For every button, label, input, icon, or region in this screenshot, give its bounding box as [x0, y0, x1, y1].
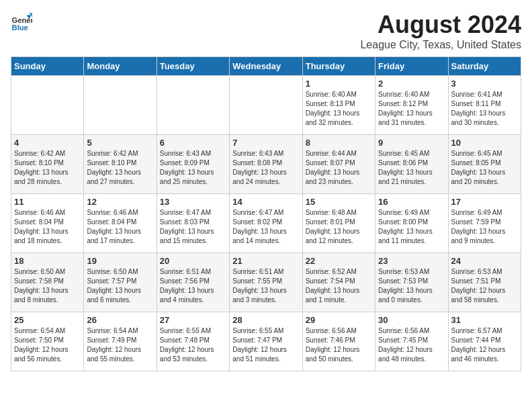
calendar-cell: 29Sunrise: 6:56 AM Sunset: 7:46 PM Dayli…	[302, 312, 375, 371]
cell-content: Sunrise: 6:40 AM Sunset: 8:12 PM Dayligh…	[378, 90, 445, 128]
day-number: 4	[14, 138, 81, 148]
calendar-cell	[157, 76, 229, 135]
day-number: 27	[160, 315, 226, 325]
calendar-cell: 6Sunrise: 6:43 AM Sunset: 8:09 PM Daylig…	[157, 135, 229, 194]
cell-content: Sunrise: 6:56 AM Sunset: 7:46 PM Dayligh…	[306, 326, 372, 364]
day-number: 5	[87, 138, 153, 148]
calendar-table: SundayMondayTuesdayWednesdayThursdayFrid…	[11, 56, 521, 371]
calendar-week-4: 18Sunrise: 6:50 AM Sunset: 7:58 PM Dayli…	[11, 253, 521, 312]
calendar-cell: 28Sunrise: 6:55 AM Sunset: 7:47 PM Dayli…	[230, 312, 302, 371]
calendar-cell: 30Sunrise: 6:56 AM Sunset: 7:45 PM Dayli…	[375, 312, 448, 371]
day-number: 30	[378, 315, 445, 325]
day-number: 14	[232, 197, 299, 207]
svg-text:Blue: Blue	[12, 24, 28, 32]
calendar-cell	[230, 76, 302, 135]
cell-content: Sunrise: 6:47 AM Sunset: 8:03 PM Dayligh…	[160, 208, 226, 246]
day-number: 11	[14, 197, 81, 207]
cell-content: Sunrise: 6:48 AM Sunset: 8:01 PM Dayligh…	[306, 208, 372, 246]
cell-content: Sunrise: 6:45 AM Sunset: 8:05 PM Dayligh…	[451, 149, 518, 187]
calendar-cell: 7Sunrise: 6:43 AM Sunset: 8:08 PM Daylig…	[230, 135, 302, 194]
day-number: 6	[160, 138, 226, 148]
cell-content: Sunrise: 6:56 AM Sunset: 7:45 PM Dayligh…	[378, 326, 445, 364]
cell-content: Sunrise: 6:42 AM Sunset: 8:10 PM Dayligh…	[87, 149, 153, 187]
cell-content: Sunrise: 6:44 AM Sunset: 8:07 PM Dayligh…	[306, 149, 372, 187]
calendar-cell: 4Sunrise: 6:42 AM Sunset: 8:10 PM Daylig…	[11, 135, 84, 194]
day-number: 13	[160, 197, 226, 207]
cell-content: Sunrise: 6:43 AM Sunset: 8:08 PM Dayligh…	[232, 149, 299, 187]
cell-content: Sunrise: 6:43 AM Sunset: 8:09 PM Dayligh…	[160, 149, 226, 187]
logo: General Blue	[11, 11, 32, 32]
calendar-cell: 24Sunrise: 6:53 AM Sunset: 7:51 PM Dayli…	[448, 253, 521, 312]
day-number: 19	[87, 256, 153, 266]
cell-content: Sunrise: 6:47 AM Sunset: 8:02 PM Dayligh…	[232, 208, 299, 246]
day-number: 8	[306, 138, 372, 148]
calendar-cell: 1Sunrise: 6:40 AM Sunset: 8:13 PM Daylig…	[302, 76, 375, 135]
day-number: 12	[87, 197, 153, 207]
cell-content: Sunrise: 6:54 AM Sunset: 7:50 PM Dayligh…	[14, 326, 81, 364]
day-number: 24	[451, 256, 518, 266]
day-header-tuesday: Tuesday	[157, 57, 229, 76]
calendar-cell: 20Sunrise: 6:51 AM Sunset: 7:56 PM Dayli…	[157, 253, 229, 312]
calendar-week-1: 1Sunrise: 6:40 AM Sunset: 8:13 PM Daylig…	[11, 76, 521, 135]
day-number: 16	[378, 197, 445, 207]
calendar-cell: 13Sunrise: 6:47 AM Sunset: 8:03 PM Dayli…	[157, 194, 229, 253]
cell-content: Sunrise: 6:54 AM Sunset: 7:49 PM Dayligh…	[87, 326, 153, 364]
cell-content: Sunrise: 6:41 AM Sunset: 8:11 PM Dayligh…	[451, 90, 518, 128]
day-header-sunday: Sunday	[11, 57, 84, 76]
day-header-wednesday: Wednesday	[230, 57, 302, 76]
calendar-cell: 10Sunrise: 6:45 AM Sunset: 8:05 PM Dayli…	[448, 135, 521, 194]
cell-content: Sunrise: 6:55 AM Sunset: 7:47 PM Dayligh…	[232, 326, 299, 364]
cell-content: Sunrise: 6:49 AM Sunset: 8:00 PM Dayligh…	[378, 208, 445, 246]
calendar-cell: 22Sunrise: 6:52 AM Sunset: 7:54 PM Dayli…	[302, 253, 375, 312]
sub-title: League City, Texas, United States	[360, 39, 521, 51]
calendar-cell	[11, 76, 84, 135]
day-number: 1	[306, 79, 372, 89]
day-header-saturday: Saturday	[448, 57, 521, 76]
calendar-cell: 2Sunrise: 6:40 AM Sunset: 8:12 PM Daylig…	[375, 76, 448, 135]
day-number: 23	[378, 256, 445, 266]
day-header-friday: Friday	[375, 57, 448, 76]
cell-content: Sunrise: 6:49 AM Sunset: 7:59 PM Dayligh…	[451, 208, 518, 246]
day-number: 10	[451, 138, 518, 148]
main-title: August 2024	[360, 11, 521, 39]
day-number: 22	[306, 256, 372, 266]
cell-content: Sunrise: 6:46 AM Sunset: 8:04 PM Dayligh…	[14, 208, 81, 246]
calendar-week-2: 4Sunrise: 6:42 AM Sunset: 8:10 PM Daylig…	[11, 135, 521, 194]
calendar-cell: 16Sunrise: 6:49 AM Sunset: 8:00 PM Dayli…	[375, 194, 448, 253]
day-number: 3	[451, 79, 518, 89]
logo-icon: General Blue	[11, 11, 32, 32]
cell-content: Sunrise: 6:51 AM Sunset: 7:56 PM Dayligh…	[160, 267, 226, 305]
cell-content: Sunrise: 6:55 AM Sunset: 7:48 PM Dayligh…	[160, 326, 226, 364]
calendar-cell: 26Sunrise: 6:54 AM Sunset: 7:49 PM Dayli…	[84, 312, 157, 371]
calendar-cell: 23Sunrise: 6:53 AM Sunset: 7:53 PM Dayli…	[375, 253, 448, 312]
day-number: 7	[232, 138, 299, 148]
cell-content: Sunrise: 6:53 AM Sunset: 7:51 PM Dayligh…	[451, 267, 518, 305]
cell-content: Sunrise: 6:42 AM Sunset: 8:10 PM Dayligh…	[14, 149, 81, 187]
day-number: 20	[160, 256, 226, 266]
day-number: 26	[87, 315, 153, 325]
day-header-thursday: Thursday	[302, 57, 375, 76]
cell-content: Sunrise: 6:40 AM Sunset: 8:13 PM Dayligh…	[306, 90, 372, 128]
cell-content: Sunrise: 6:46 AM Sunset: 8:04 PM Dayligh…	[87, 208, 153, 246]
calendar-cell: 31Sunrise: 6:57 AM Sunset: 7:44 PM Dayli…	[448, 312, 521, 371]
calendar-cell: 18Sunrise: 6:50 AM Sunset: 7:58 PM Dayli…	[11, 253, 84, 312]
day-number: 21	[232, 256, 299, 266]
calendar-cell: 27Sunrise: 6:55 AM Sunset: 7:48 PM Dayli…	[157, 312, 229, 371]
day-number: 25	[14, 315, 81, 325]
calendar-cell: 17Sunrise: 6:49 AM Sunset: 7:59 PM Dayli…	[448, 194, 521, 253]
calendar-week-5: 25Sunrise: 6:54 AM Sunset: 7:50 PM Dayli…	[11, 312, 521, 371]
calendar-cell: 12Sunrise: 6:46 AM Sunset: 8:04 PM Dayli…	[84, 194, 157, 253]
calendar-cell: 9Sunrise: 6:45 AM Sunset: 8:06 PM Daylig…	[375, 135, 448, 194]
day-number: 28	[232, 315, 299, 325]
calendar-cell: 19Sunrise: 6:50 AM Sunset: 7:57 PM Dayli…	[84, 253, 157, 312]
day-number: 9	[378, 138, 445, 148]
calendar-cell	[84, 76, 157, 135]
header: General Blue August 2024 League City, Te…	[11, 11, 521, 51]
day-number: 15	[306, 197, 372, 207]
calendar-header-row: SundayMondayTuesdayWednesdayThursdayFrid…	[11, 57, 521, 76]
calendar-cell: 14Sunrise: 6:47 AM Sunset: 8:02 PM Dayli…	[230, 194, 302, 253]
day-number: 18	[14, 256, 81, 266]
day-number: 17	[451, 197, 518, 207]
calendar-cell: 15Sunrise: 6:48 AM Sunset: 8:01 PM Dayli…	[302, 194, 375, 253]
cell-content: Sunrise: 6:51 AM Sunset: 7:55 PM Dayligh…	[232, 267, 299, 305]
